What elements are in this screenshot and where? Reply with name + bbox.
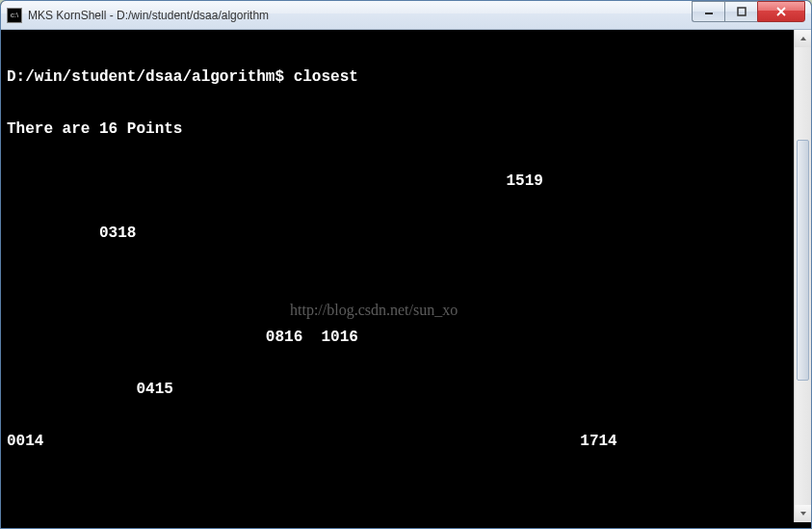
scroll-track[interactable] [795,47,811,505]
scroll-down-button[interactable] [795,505,811,522]
command-text: closest [294,68,358,86]
header-line: There are 16 Points [7,120,805,138]
point-line: 1519 [7,172,805,190]
point-line: 0318 [7,225,805,242]
maximize-button[interactable] [724,1,757,22]
terminal-window: c:\ MKS KornShell - D:/win/student/dsaa/… [0,0,812,529]
svg-rect-1 [738,8,746,15]
minimize-button[interactable] [692,1,724,22]
prompt-line-1: D:/win/student/dsaa/algorithm$ closest [7,68,805,86]
app-icon-label: c:\ [11,11,18,19]
watermark-text: http://blog.csdn.net/sun_xo [290,302,458,319]
app-icon: c:\ [7,8,22,23]
close-button[interactable] [757,1,805,22]
close-icon [775,7,787,16]
point-line [7,485,805,502]
chevron-up-icon [799,36,807,41]
chevron-down-icon [799,511,807,516]
svg-rect-0 [705,13,713,14]
vertical-scrollbar[interactable] [794,30,811,522]
point-line [7,277,805,294]
window-controls [692,1,805,22]
titlebar[interactable]: c:\ MKS KornShell - D:/win/student/dsaa/… [1,1,811,30]
point-line: 0014 1714 [7,433,805,450]
window-title: MKS KornShell - D:/win/student/dsaa/algo… [28,9,692,22]
terminal-output[interactable]: D:/win/student/dsaa/algorithm$ closest T… [7,30,805,522]
maximize-icon [737,7,747,16]
minimize-icon [704,7,714,16]
point-line: 0816 1016 [7,329,805,346]
scroll-thumb[interactable] [797,140,809,381]
point-line: 0415 [7,381,805,398]
prompt-path: D:/win/student/dsaa/algorithm$ [7,68,294,86]
scroll-up-button[interactable] [795,30,811,47]
